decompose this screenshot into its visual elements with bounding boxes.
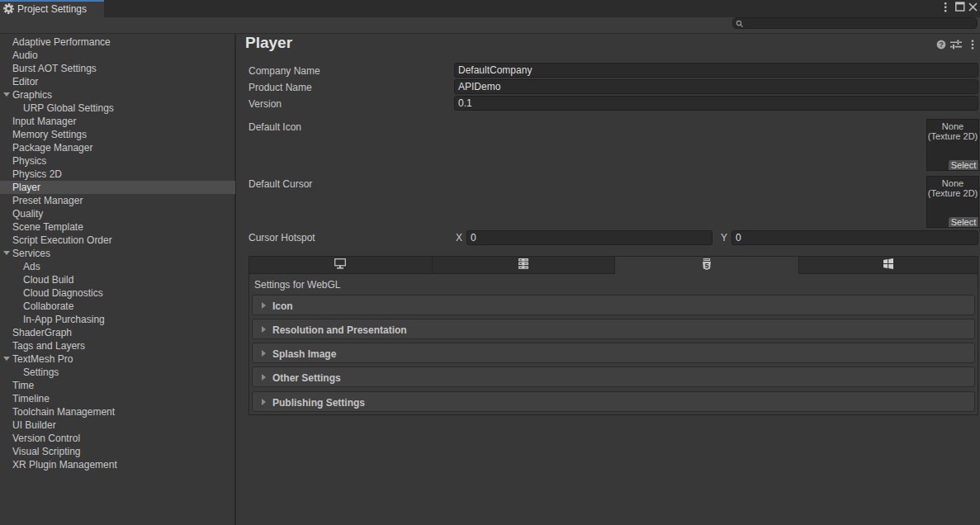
svg-text:5: 5 (705, 261, 709, 269)
svg-text:?: ? (939, 40, 943, 49)
